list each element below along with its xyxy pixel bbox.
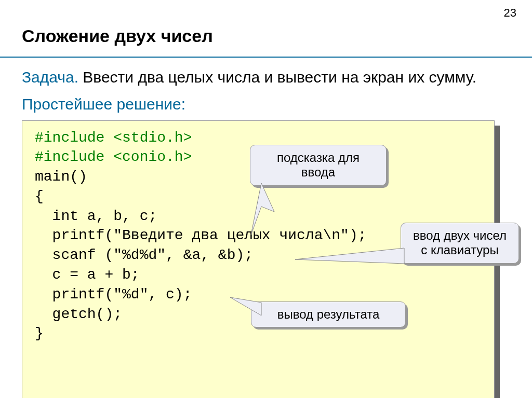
code-line-3: main() [35,169,87,185]
code-line-9: printf("%d", c); [35,286,192,303]
svg-marker-1 [295,248,404,264]
code-line-11: } [35,325,44,341]
pointer-connector-2 [295,248,409,269]
page-number: 23 [504,6,516,20]
code-container: #include <stdio.h> #include <conio.h> ma… [22,120,495,399]
task-body: Ввести два целых числа и вывести на экра… [78,68,476,86]
code-line-4: { [35,188,44,204]
task-label: Задача. [22,68,78,86]
solution-label: Простейшее решение: [22,95,510,113]
task-paragraph: Задача. Ввести два целых числа и вывести… [22,67,510,88]
code-line-2: #include <conio.h> [35,149,192,165]
callout-output-result: вывод результата [251,301,406,328]
code-line-10: getch(); [35,306,122,322]
code-line-1: #include <stdio.h> [35,130,192,146]
callout-hint-input: подсказка для ввода [250,145,387,186]
callout-keyboard-input: ввод двух чисел с клавиатуры [401,223,519,264]
code-line-8: c = a + b; [35,267,140,283]
content-area: Задача. Ввести два целых числа и вывести… [0,58,532,398]
code-line-7: scanf ("%d%d", &a, &b); [35,247,253,263]
code-line-6: printf("Введите два целых числа\n"); [35,227,367,243]
code-block: #include <stdio.h> #include <conio.h> ma… [22,120,495,399]
code-line-5: int a, b, c; [35,208,157,224]
page-title: Сложение двух чисел [0,0,532,58]
